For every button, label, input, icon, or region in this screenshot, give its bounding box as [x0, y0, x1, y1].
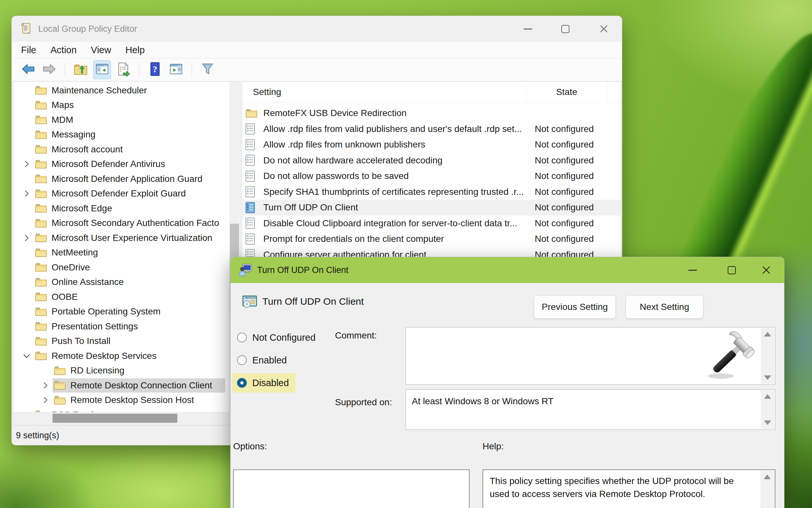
radio-option-not-configured[interactable]: Not Configured — [232, 328, 322, 347]
radio-checked-icon[interactable] — [237, 378, 247, 388]
tree-item-target[interactable]: Online Assistance — [34, 275, 225, 289]
column-divider[interactable] — [607, 84, 607, 100]
tree-item-target[interactable]: Microsoft Defender Application Guard — [34, 172, 225, 186]
chevron-right-icon[interactable] — [19, 230, 34, 245]
minimize-button[interactable] — [518, 18, 538, 39]
tree-item-rd-licensing[interactable]: RD Licensing — [14, 364, 229, 378]
tree-item-messaging[interactable]: Messaging — [14, 127, 229, 142]
tree-item-target[interactable]: OneDrive — [34, 260, 225, 274]
toolbar-forward-button[interactable] — [41, 60, 58, 79]
column-header-setting[interactable]: Setting — [253, 82, 281, 102]
setting-row-allow-rdp-files-from-valid-publishers-an[interactable]: Allow .rdp files from valid publishers a… — [242, 121, 621, 137]
tree-item-maps[interactable]: Maps — [14, 98, 229, 113]
dialog-close-button[interactable] — [756, 260, 777, 281]
setting-row-turn-off-udp-on-client[interactable]: Turn Off UDP On ClientNot configured — [242, 200, 621, 216]
chevron-right-icon[interactable] — [38, 393, 52, 408]
toolbar-up-one-level-button[interactable] — [72, 60, 89, 79]
tree-item-microsoft-secondary-authentication-facto[interactable]: Microsoft Secondary Authentication Facto — [14, 216, 229, 231]
tree-item-microsoft-user-experience-virtualization[interactable]: Microsoft User Experience Virtualization — [14, 230, 229, 245]
tree-item-target[interactable]: Remote Desktop Connection Client — [52, 378, 225, 392]
tree-item-portable-operating-system[interactable]: Portable Operating System — [14, 304, 229, 319]
radio-unchecked-icon[interactable] — [237, 355, 247, 365]
radio-option-disabled[interactable]: Disabled — [232, 373, 295, 392]
tree-item-maintenance-scheduler[interactable]: Maintenance Scheduler — [14, 83, 229, 98]
toolbar-help-button[interactable]: ? — [147, 60, 163, 79]
tree-item-target[interactable]: Maintenance Scheduler — [34, 83, 225, 97]
tree-item-target[interactable]: Microsoft Secondary Authentication Facto — [34, 216, 225, 230]
tree-item-push-to-install[interactable]: Push To Install — [14, 334, 229, 349]
tree-item-microsoft-edge[interactable]: Microsoft Edge — [14, 201, 229, 216]
tree-item-target[interactable]: RD Licensing — [52, 364, 225, 378]
help-scrollbar[interactable] — [761, 471, 774, 508]
tree-item-netmeeting[interactable]: NetMeeting — [14, 245, 229, 260]
tree-item-target[interactable]: Remote Desktop Session Host — [52, 393, 225, 407]
supported-on-scrollbar[interactable] — [761, 390, 774, 429]
options-panel[interactable] — [233, 469, 470, 508]
toolbar-export-list-button[interactable] — [115, 60, 132, 79]
tree-item-remote-desktop-session-host[interactable]: Remote Desktop Session Host — [14, 393, 229, 408]
menu-file[interactable]: File — [21, 45, 36, 55]
menu-action[interactable]: Action — [51, 45, 77, 55]
tree-item-oobe[interactable]: OOBE — [14, 290, 229, 304]
scroll-up-icon[interactable] — [764, 332, 771, 337]
setting-row-allow-rdp-files-from-unknown-publishers[interactable]: Allow .rdp files from unknown publishers… — [242, 137, 621, 153]
tree-item-target[interactable]: Presentation Settings — [34, 319, 225, 334]
comment-textarea[interactable] — [406, 327, 775, 385]
tree-item-mdm[interactable]: MDM — [14, 113, 229, 127]
tree-item-target[interactable]: Messaging — [34, 127, 225, 142]
column-header-state[interactable]: State — [526, 82, 607, 102]
toolbar-show-action-pane-button[interactable] — [168, 60, 185, 79]
tree-item-target[interactable]: Maps — [34, 98, 225, 112]
tree-item-presentation-settings[interactable]: Presentation Settings — [14, 319, 229, 334]
tree-item-target[interactable]: Microsoft Edge — [34, 201, 225, 216]
tree-item-target[interactable]: Microsoft Defender Exploit Guard — [34, 186, 225, 201]
previous-setting-button[interactable]: Previous Setting — [534, 295, 616, 319]
toolbar-show-console-tree-button[interactable] — [93, 60, 111, 79]
tree-item-target[interactable]: Remote Desktop Services — [34, 349, 225, 363]
column-divider[interactable] — [526, 84, 527, 100]
tree-item-target[interactable]: Push To Install — [34, 334, 225, 348]
tree-item-target[interactable]: NetMeeting — [34, 245, 225, 260]
setting-row-do-not-allow-hardware-accelerated-decodi[interactable]: Do not allow hardware accelerated decodi… — [242, 153, 621, 169]
toolbar-back-button[interactable] — [20, 60, 37, 79]
menu-help[interactable]: Help — [125, 45, 145, 55]
tree-item-target[interactable]: Microsoft User Experience Virtualization — [34, 231, 225, 245]
radio-unchecked-icon[interactable] — [237, 333, 247, 342]
close-button[interactable] — [594, 18, 614, 39]
tree-item-remote-desktop-connection-client[interactable]: Remote Desktop Connection Client — [14, 378, 229, 393]
chevron-right-icon[interactable] — [19, 186, 34, 201]
tree-hscroll-thumb[interactable] — [52, 414, 177, 423]
tree-item-microsoft-defender-antivirus[interactable]: Microsoft Defender Antivirus — [14, 157, 229, 172]
setting-row-specify-sha1-thumbprints-of-certificates[interactable]: Specify SHA1 thumbprints of certificates… — [242, 184, 621, 200]
setting-row-do-not-allow-passwords-to-be-saved[interactable]: Do not allow passwords to be savedNot co… — [242, 168, 621, 184]
toolbar-filter-button[interactable] — [199, 60, 216, 79]
tree-item-microsoft-defender-application-guard[interactable]: Microsoft Defender Application Guard — [14, 171, 229, 186]
tree-item-onedrive[interactable]: OneDrive — [14, 260, 229, 275]
next-setting-button[interactable]: Next Setting — [625, 295, 703, 319]
tree-item-microsoft-account[interactable]: Microsoft account — [14, 142, 229, 157]
scroll-down-icon[interactable] — [764, 375, 771, 380]
tree-horizontal-scrollbar[interactable] — [14, 412, 240, 424]
tree-item-target[interactable]: MDM — [34, 113, 225, 127]
dialog-minimize-button[interactable] — [682, 260, 703, 281]
setting-row-disable-cloud-clipboard-integration-for-[interactable]: Disable Cloud Clipboard integration for … — [242, 216, 621, 231]
dialog-maximize-button[interactable] — [721, 260, 742, 281]
tree-item-online-assistance[interactable]: Online Assistance — [14, 275, 229, 290]
tree-item-remote-desktop-services[interactable]: Remote Desktop Services — [14, 348, 229, 364]
chevron-right-icon[interactable] — [19, 157, 34, 171]
maximize-button[interactable] — [555, 18, 576, 39]
help-panel[interactable]: This policy setting specifies whether th… — [483, 469, 775, 508]
supported-on-box[interactable]: At least Windows 8 or Windows RT — [406, 389, 775, 430]
scroll-down-icon[interactable] — [764, 420, 771, 425]
tree-item-target[interactable]: Microsoft Defender Antivirus — [34, 157, 225, 171]
menu-view[interactable]: View — [91, 45, 111, 55]
chevron-right-icon[interactable] — [38, 378, 52, 392]
tree-item-target[interactable]: Microsoft account — [34, 142, 225, 157]
tree-item-microsoft-defender-exploit-guard[interactable]: Microsoft Defender Exploit Guard — [14, 186, 229, 201]
setting-row-remotefx-usb-device-redirection[interactable]: RemoteFX USB Device Redirection — [242, 105, 621, 121]
scroll-up-icon[interactable] — [764, 394, 771, 399]
chevron-down-icon[interactable] — [19, 348, 34, 363]
setting-row-prompt-for-credentials-on-the-client-com[interactable]: Prompt for credentials on the client com… — [242, 231, 621, 247]
radio-option-enabled[interactable]: Enabled — [232, 350, 293, 370]
comment-scrollbar[interactable] — [761, 328, 774, 384]
